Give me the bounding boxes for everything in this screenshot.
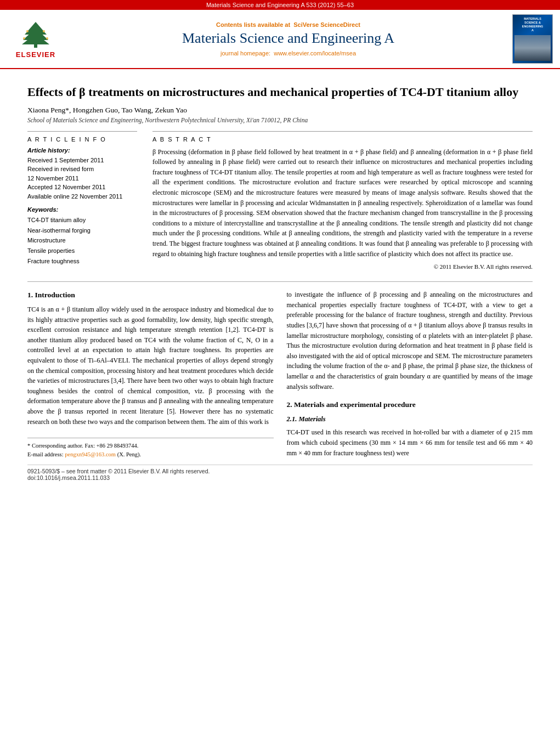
abstract-body: β Processing (deformation in β phase fie… bbox=[152, 148, 533, 258]
abstract-label: A B S T R A C T bbox=[152, 136, 533, 143]
email-label: E-mail address: bbox=[27, 451, 64, 457]
materials-subheading-text: 2.1. Materials bbox=[287, 415, 326, 423]
homepage-label: journal homepage: bbox=[220, 50, 270, 56]
cover-box: MATERIALSSCIENCE &ENGINEERINGA bbox=[512, 14, 553, 64]
intro-heading-text: 1. Introduction bbox=[27, 291, 75, 299]
article-info-col: A R T I C L E I N F O Article history: R… bbox=[27, 131, 137, 272]
authors: Xiaona Peng*, Hongzhen Guo, Tao Wang, Ze… bbox=[27, 106, 533, 115]
sciverse-link[interactable]: SciVerse ScienceDirect bbox=[293, 21, 360, 28]
abstract-text: β Processing (deformation in β phase fie… bbox=[152, 147, 533, 272]
keyword-4: Tensile properties bbox=[27, 246, 137, 256]
body-right-col: to investigate the influence of β proces… bbox=[287, 290, 533, 459]
cover-box-title: MATERIALSSCIENCE &ENGINEERINGA bbox=[522, 17, 544, 33]
page-container: Materials Science and Engineering A 533 … bbox=[0, 0, 560, 741]
keyword-3: Microstructure bbox=[27, 235, 137, 246]
bottom-bar: 0921-5093/$ – see front matter © 2011 El… bbox=[27, 465, 533, 481]
svg-point-6 bbox=[23, 37, 25, 39]
bottom-copyright: 0921-5093/$ – see front matter © 2011 El… bbox=[27, 468, 210, 474]
accepted-date: Accepted 12 November 2011 bbox=[27, 183, 137, 192]
keyword-1: TC4-DT titanium alloy bbox=[27, 215, 137, 225]
email-link[interactable]: pengxn945@163.com bbox=[65, 451, 116, 457]
svg-point-5 bbox=[43, 30, 45, 32]
email-suffix: (X. Peng). bbox=[117, 451, 141, 457]
intro-paragraph-2: to investigate the influence of β proces… bbox=[287, 290, 533, 392]
abstract-col: A B S T R A C T β Processing (deformatio… bbox=[152, 131, 533, 272]
keyword-2: Near-isothermal forging bbox=[27, 225, 137, 236]
sciverse-label: Contents lists available at bbox=[216, 21, 290, 28]
body-content: 1. Introduction TC4 is an α + β titanium… bbox=[27, 290, 533, 459]
materials-heading: 2. Materials and experimental procedure bbox=[287, 399, 533, 411]
copyright-line: © 2011 Elsevier B.V. All rights reserved… bbox=[152, 262, 533, 271]
svg-point-4 bbox=[26, 30, 29, 32]
received-revised: Received in revised form12 November 2011 bbox=[27, 165, 137, 183]
sciverse-line: Contents lists available at SciVerse Sci… bbox=[216, 21, 360, 28]
available-date: Available online 22 November 2011 bbox=[27, 192, 137, 201]
journal-header: ELSEVIER Contents lists available at Sci… bbox=[0, 10, 560, 69]
bottom-doi: doi:10.1016/j.msea.2011.11.033 bbox=[27, 474, 110, 481]
affiliation: School of Materials Science and Engineer… bbox=[27, 117, 533, 123]
article-title: Effects of β treatments on microstructur… bbox=[27, 84, 533, 100]
journal-header-center: Contents lists available at SciVerse Sci… bbox=[71, 14, 505, 64]
body-left-col: 1. Introduction TC4 is an α + β titanium… bbox=[27, 290, 274, 459]
journal-title: Materials Science and Engineering A bbox=[182, 30, 394, 47]
article-info-abstract: A R T I C L E I N F O Article history: R… bbox=[27, 131, 533, 272]
journal-reference-bar: Materials Science and Engineering A 533 … bbox=[0, 0, 560, 10]
keyword-5: Fracture toughness bbox=[27, 256, 137, 267]
materials-paragraph: TC4-DT used in this research was receive… bbox=[287, 427, 533, 458]
keywords-label: Keywords: bbox=[27, 206, 137, 213]
article-info-label: A R T I C L E I N F O bbox=[27, 136, 137, 143]
received-date: Received 1 September 2011 bbox=[27, 156, 137, 165]
corresponding-author: * Corresponding author. Fax: +86 29 8849… bbox=[27, 442, 274, 450]
authors-text: Xiaona Peng*, Hongzhen Guo, Tao Wang, Ze… bbox=[27, 106, 187, 114]
footnote-area: * Corresponding author. Fax: +86 29 8849… bbox=[27, 438, 274, 459]
intro-heading: 1. Introduction bbox=[27, 290, 274, 301]
elsevier-name: ELSEVIER bbox=[16, 50, 55, 59]
intro-paragraph-1: TC4 is an α + β titanium alloy widely us… bbox=[27, 304, 274, 427]
elsevier-tree-icon bbox=[16, 19, 55, 49]
main-content: Effects of β treatments on microstructur… bbox=[0, 69, 560, 492]
keywords-section: Keywords: TC4-DT titanium alloy Near-iso… bbox=[27, 206, 137, 266]
materials-heading-text: 2. Materials and experimental procedure bbox=[287, 400, 416, 409]
section-divider bbox=[27, 281, 533, 282]
elsevier-logo: ELSEVIER bbox=[5, 14, 66, 64]
journal-cover: MATERIALSSCIENCE &ENGINEERINGA bbox=[511, 14, 555, 64]
journal-homepage: journal homepage: www.elsevier.com/locat… bbox=[220, 50, 356, 56]
email-line: E-mail address: pengxn945@163.com (X. Pe… bbox=[27, 450, 274, 459]
history-label: Article history: bbox=[27, 147, 137, 154]
homepage-link[interactable]: www.elsevier.com/locate/msea bbox=[274, 50, 356, 56]
cover-box-image bbox=[514, 35, 551, 61]
article-history: Article history: Received 1 September 20… bbox=[27, 147, 137, 201]
svg-point-7 bbox=[46, 37, 48, 39]
materials-subheading: 2.1. Materials bbox=[287, 414, 533, 425]
journal-reference-text: Materials Science and Engineering A 533 … bbox=[206, 2, 354, 8]
